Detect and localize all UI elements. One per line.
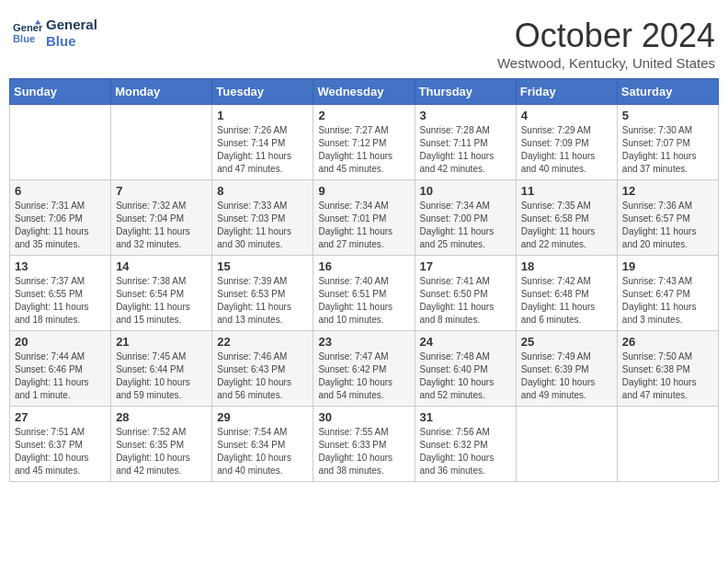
day-cell: 2Sunrise: 7:27 AM Sunset: 7:12 PM Daylig… xyxy=(313,105,415,180)
day-cell xyxy=(617,407,718,482)
calendar-table: SundayMondayTuesdayWednesdayThursdayFrid… xyxy=(9,78,719,482)
svg-text:Blue: Blue xyxy=(13,33,35,44)
day-info: Sunrise: 7:30 AM Sunset: 7:07 PM Dayligh… xyxy=(622,124,713,176)
day-number: 11 xyxy=(521,184,612,198)
day-number: 8 xyxy=(217,184,308,198)
day-info: Sunrise: 7:37 AM Sunset: 6:55 PM Dayligh… xyxy=(15,275,106,327)
day-number: 5 xyxy=(622,109,713,122)
day-cell: 15Sunrise: 7:39 AM Sunset: 6:53 PM Dayli… xyxy=(212,256,313,331)
day-number: 16 xyxy=(318,259,409,273)
day-info: Sunrise: 7:39 AM Sunset: 6:53 PM Dayligh… xyxy=(217,275,308,327)
day-number: 31 xyxy=(420,410,511,424)
day-number: 23 xyxy=(318,335,409,349)
week-row-5: 27Sunrise: 7:51 AM Sunset: 6:37 PM Dayli… xyxy=(10,407,719,482)
logo-general: General xyxy=(46,17,97,33)
weekday-header-sunday: Sunday xyxy=(10,79,111,105)
weekday-header-tuesday: Tuesday xyxy=(212,79,313,105)
day-cell: 13Sunrise: 7:37 AM Sunset: 6:55 PM Dayli… xyxy=(10,256,111,331)
day-number: 4 xyxy=(521,109,612,122)
day-number: 13 xyxy=(15,259,106,273)
day-cell: 29Sunrise: 7:54 AM Sunset: 6:34 PM Dayli… xyxy=(212,407,313,482)
day-cell: 21Sunrise: 7:45 AM Sunset: 6:44 PM Dayli… xyxy=(111,331,212,407)
day-info: Sunrise: 7:35 AM Sunset: 6:58 PM Dayligh… xyxy=(521,200,612,251)
day-number: 6 xyxy=(15,184,106,198)
day-cell: 23Sunrise: 7:47 AM Sunset: 6:42 PM Dayli… xyxy=(313,331,415,407)
month-title: October 2024 xyxy=(497,17,715,55)
day-cell: 5Sunrise: 7:30 AM Sunset: 7:07 PM Daylig… xyxy=(617,105,718,180)
day-cell: 19Sunrise: 7:43 AM Sunset: 6:47 PM Dayli… xyxy=(617,256,718,331)
day-number: 19 xyxy=(622,259,713,273)
calendar-body: 1Sunrise: 7:26 AM Sunset: 7:14 PM Daylig… xyxy=(10,105,719,482)
day-number: 12 xyxy=(622,184,713,198)
day-number: 15 xyxy=(217,259,308,273)
day-info: Sunrise: 7:26 AM Sunset: 7:14 PM Dayligh… xyxy=(217,124,308,176)
day-info: Sunrise: 7:42 AM Sunset: 6:48 PM Dayligh… xyxy=(521,275,612,327)
day-cell: 8Sunrise: 7:33 AM Sunset: 7:03 PM Daylig… xyxy=(212,180,313,256)
day-cell: 12Sunrise: 7:36 AM Sunset: 6:57 PM Dayli… xyxy=(617,180,718,256)
day-number: 20 xyxy=(15,335,106,349)
day-cell xyxy=(516,407,617,482)
day-cell: 31Sunrise: 7:56 AM Sunset: 6:32 PM Dayli… xyxy=(415,407,516,482)
day-number: 7 xyxy=(116,184,207,198)
day-info: Sunrise: 7:32 AM Sunset: 7:04 PM Dayligh… xyxy=(116,200,207,251)
day-info: Sunrise: 7:51 AM Sunset: 6:37 PM Dayligh… xyxy=(15,426,106,477)
day-info: Sunrise: 7:41 AM Sunset: 6:50 PM Dayligh… xyxy=(420,275,511,327)
day-cell: 3Sunrise: 7:28 AM Sunset: 7:11 PM Daylig… xyxy=(415,105,516,180)
day-info: Sunrise: 7:50 AM Sunset: 6:38 PM Dayligh… xyxy=(622,350,713,402)
day-cell: 7Sunrise: 7:32 AM Sunset: 7:04 PM Daylig… xyxy=(111,180,212,256)
day-number: 10 xyxy=(420,184,511,198)
weekday-header: SundayMondayTuesdayWednesdayThursdayFrid… xyxy=(10,79,719,105)
day-cell: 6Sunrise: 7:31 AM Sunset: 7:06 PM Daylig… xyxy=(10,180,111,256)
day-number: 3 xyxy=(420,109,511,122)
day-info: Sunrise: 7:54 AM Sunset: 6:34 PM Dayligh… xyxy=(217,426,308,477)
logo-blue: Blue xyxy=(46,33,97,50)
day-cell: 11Sunrise: 7:35 AM Sunset: 6:58 PM Dayli… xyxy=(516,180,617,256)
weekday-header-friday: Friday xyxy=(516,79,617,105)
day-info: Sunrise: 7:46 AM Sunset: 6:43 PM Dayligh… xyxy=(217,350,308,402)
day-cell: 4Sunrise: 7:29 AM Sunset: 7:09 PM Daylig… xyxy=(516,105,617,180)
day-info: Sunrise: 7:52 AM Sunset: 6:35 PM Dayligh… xyxy=(116,426,207,477)
day-info: Sunrise: 7:40 AM Sunset: 6:51 PM Dayligh… xyxy=(318,275,409,327)
day-info: Sunrise: 7:48 AM Sunset: 6:40 PM Dayligh… xyxy=(420,350,511,402)
week-row-4: 20Sunrise: 7:44 AM Sunset: 6:46 PM Dayli… xyxy=(10,331,719,407)
day-cell: 16Sunrise: 7:40 AM Sunset: 6:51 PM Dayli… xyxy=(313,256,415,331)
day-cell: 24Sunrise: 7:48 AM Sunset: 6:40 PM Dayli… xyxy=(415,331,516,407)
day-number: 26 xyxy=(622,335,713,349)
header: General Blue General Blue October 2024 W… xyxy=(9,9,719,78)
day-cell: 9Sunrise: 7:34 AM Sunset: 7:01 PM Daylig… xyxy=(313,180,415,256)
location-title: Westwood, Kentucky, United States xyxy=(497,55,715,71)
title-area: October 2024 Westwood, Kentucky, United … xyxy=(497,17,715,71)
day-info: Sunrise: 7:38 AM Sunset: 6:54 PM Dayligh… xyxy=(116,275,207,327)
weekday-header-monday: Monday xyxy=(111,79,212,105)
day-number: 18 xyxy=(521,259,612,273)
day-number: 25 xyxy=(521,335,612,349)
day-number: 24 xyxy=(420,335,511,349)
day-info: Sunrise: 7:45 AM Sunset: 6:44 PM Dayligh… xyxy=(116,350,207,402)
day-number: 29 xyxy=(217,410,308,424)
day-info: Sunrise: 7:43 AM Sunset: 6:47 PM Dayligh… xyxy=(622,275,713,327)
day-info: Sunrise: 7:29 AM Sunset: 7:09 PM Dayligh… xyxy=(521,124,612,176)
day-number: 14 xyxy=(116,259,207,273)
day-number: 1 xyxy=(217,109,308,122)
day-number: 27 xyxy=(15,410,106,424)
day-info: Sunrise: 7:31 AM Sunset: 7:06 PM Dayligh… xyxy=(15,200,106,251)
week-row-1: 1Sunrise: 7:26 AM Sunset: 7:14 PM Daylig… xyxy=(10,105,719,180)
day-number: 28 xyxy=(116,410,207,424)
logo: General Blue General Blue xyxy=(13,17,97,50)
day-cell: 25Sunrise: 7:49 AM Sunset: 6:39 PM Dayli… xyxy=(516,331,617,407)
day-info: Sunrise: 7:49 AM Sunset: 6:39 PM Dayligh… xyxy=(521,350,612,402)
day-info: Sunrise: 7:34 AM Sunset: 7:01 PM Dayligh… xyxy=(318,200,409,251)
day-info: Sunrise: 7:47 AM Sunset: 6:42 PM Dayligh… xyxy=(318,350,409,402)
day-cell: 28Sunrise: 7:52 AM Sunset: 6:35 PM Dayli… xyxy=(111,407,212,482)
day-info: Sunrise: 7:36 AM Sunset: 6:57 PM Dayligh… xyxy=(622,200,713,251)
week-row-3: 13Sunrise: 7:37 AM Sunset: 6:55 PM Dayli… xyxy=(10,256,719,331)
day-number: 17 xyxy=(420,259,511,273)
weekday-header-thursday: Thursday xyxy=(415,79,516,105)
day-cell: 17Sunrise: 7:41 AM Sunset: 6:50 PM Dayli… xyxy=(415,256,516,331)
day-number: 30 xyxy=(318,410,409,424)
weekday-header-wednesday: Wednesday xyxy=(313,79,415,105)
day-cell: 1Sunrise: 7:26 AM Sunset: 7:14 PM Daylig… xyxy=(212,105,313,180)
weekday-header-saturday: Saturday xyxy=(617,79,718,105)
day-cell: 22Sunrise: 7:46 AM Sunset: 6:43 PM Dayli… xyxy=(212,331,313,407)
day-cell: 20Sunrise: 7:44 AM Sunset: 6:46 PM Dayli… xyxy=(10,331,111,407)
